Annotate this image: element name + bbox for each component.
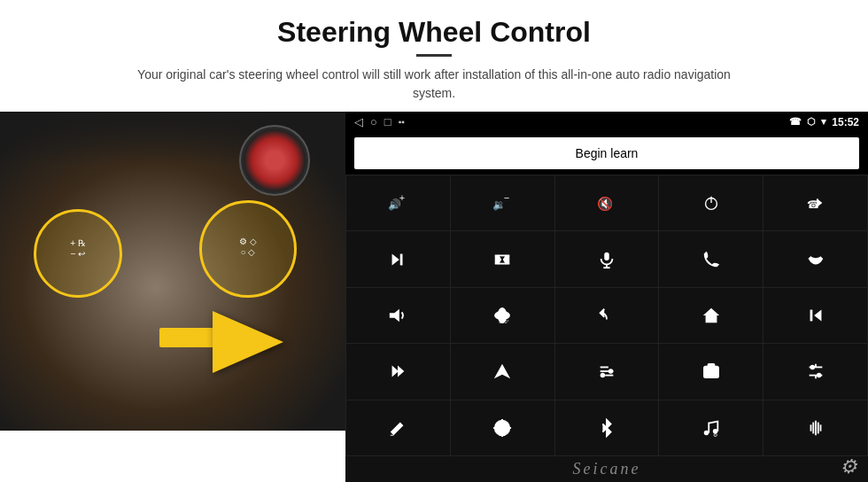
svg-marker-26	[392, 366, 399, 377]
content-area: + ℞− ↩ ⚙ ◇○ ◇ ◁ ○ □ ▪▪	[0, 112, 868, 482]
svg-marker-10	[392, 253, 399, 265]
begin-learn-button[interactable]: Begin learn	[354, 137, 859, 169]
status-bar: ◁ ○ □ ▪▪ ☎ ⬡ ▾ 15:52	[345, 112, 868, 132]
shuffle-cell[interactable]	[451, 231, 554, 286]
recent-icon[interactable]: □	[384, 115, 391, 128]
page-title: Steering Wheel Control	[35, 16, 833, 49]
page-wrapper: Steering Wheel Control Your original car…	[0, 0, 868, 482]
left-button-highlight: + ℞− ↩	[34, 209, 122, 298]
control-panel: ◁ ○ □ ▪▪ ☎ ⬡ ▾ 15:52 Begin learn	[345, 112, 868, 456]
music-settings-cell[interactable]: ⚙	[659, 400, 763, 455]
arrow-head	[213, 311, 283, 373]
fast-fwd-cell[interactable]	[346, 344, 450, 399]
target-cell[interactable]	[451, 400, 554, 455]
vol-up-cell[interactable]: 🔊+	[346, 175, 450, 230]
subtitle: Your original car's steering wheel contr…	[124, 66, 744, 103]
steering-wheel-image: + ℞− ↩ ⚙ ◇○ ◇	[0, 112, 345, 431]
svg-text:+: +	[399, 193, 405, 203]
svg-marker-24	[814, 310, 821, 322]
svg-rect-11	[400, 253, 403, 265]
back-btn-cell[interactable]	[555, 288, 659, 343]
svg-point-46	[500, 426, 504, 430]
wifi-icon: ▾	[821, 116, 826, 128]
signal-icon: ▪▪	[399, 117, 405, 127]
phone-cell[interactable]	[659, 231, 763, 286]
brand-name: Seicane	[573, 460, 641, 478]
right-button-highlight: ⚙ ◇○ ◇	[199, 200, 297, 298]
header-section: Steering Wheel Control Your original car…	[0, 0, 868, 112]
arrow-indicator	[159, 307, 319, 377]
gps-icon: ⬡	[807, 116, 816, 128]
svg-point-35	[708, 369, 714, 376]
phone-icon: ☎	[789, 116, 802, 128]
svg-text:360°: 360°	[500, 319, 509, 324]
vol-down-cell[interactable]: 🔉−	[451, 175, 554, 230]
svg-point-41	[810, 366, 814, 369]
control-panel-wrapper: ◁ ○ □ ▪▪ ☎ ⬡ ▾ 15:52 Begin learn	[345, 112, 868, 482]
svg-point-33	[601, 374, 605, 377]
clock: 15:52	[832, 116, 859, 128]
brand-bar: Seicane ⚙	[345, 456, 868, 482]
back-icon[interactable]: ◁	[354, 115, 363, 128]
svg-text:🔇: 🔇	[597, 196, 614, 212]
photo-cell[interactable]	[659, 344, 763, 399]
svg-marker-23	[703, 308, 719, 323]
skip-back-cell[interactable]	[763, 288, 867, 343]
svg-text:⚙: ⚙	[713, 431, 717, 438]
skip-next-cell[interactable]	[346, 231, 450, 286]
speaker-cell[interactable]	[346, 288, 450, 343]
svg-rect-25	[810, 310, 812, 322]
prev-call-cell[interactable]: ☎	[763, 175, 867, 230]
power-cell[interactable]	[659, 175, 763, 230]
status-bar-left: ◁ ○ □ ▪▪	[354, 115, 405, 128]
home-icon[interactable]: ○	[370, 115, 377, 128]
mic-cell[interactable]	[555, 231, 659, 286]
sliders-cell[interactable]	[763, 344, 867, 399]
camera360-cell[interactable]: 360°	[451, 288, 554, 343]
navigate-cell[interactable]	[451, 344, 554, 399]
svg-point-51	[704, 431, 709, 436]
waveform-cell[interactable]	[763, 400, 867, 455]
svg-rect-14	[604, 252, 609, 260]
begin-learn-row: Begin learn	[345, 132, 868, 175]
eq-cell[interactable]	[555, 344, 659, 399]
speedometer-inner	[244, 129, 306, 191]
home-btn-cell[interactable]	[659, 288, 763, 343]
mute-cell[interactable]: 🔇	[555, 175, 659, 230]
status-bar-right: ☎ ⬡ ▾ 15:52	[789, 116, 859, 128]
svg-marker-27	[398, 366, 404, 377]
svg-point-42	[817, 374, 820, 377]
svg-rect-36	[708, 364, 714, 367]
pen-cell[interactable]	[346, 400, 450, 455]
svg-marker-18	[390, 309, 399, 323]
gear-icon[interactable]: ⚙	[840, 455, 859, 478]
hang-up-cell[interactable]	[763, 231, 867, 286]
svg-point-32	[609, 370, 613, 374]
title-underline	[416, 54, 452, 57]
svg-text:−: −	[504, 193, 509, 203]
svg-marker-28	[494, 364, 510, 379]
bluetooth-cell[interactable]	[555, 400, 659, 455]
icons-grid: 🔊+ 🔉− 🔇	[345, 175, 868, 456]
